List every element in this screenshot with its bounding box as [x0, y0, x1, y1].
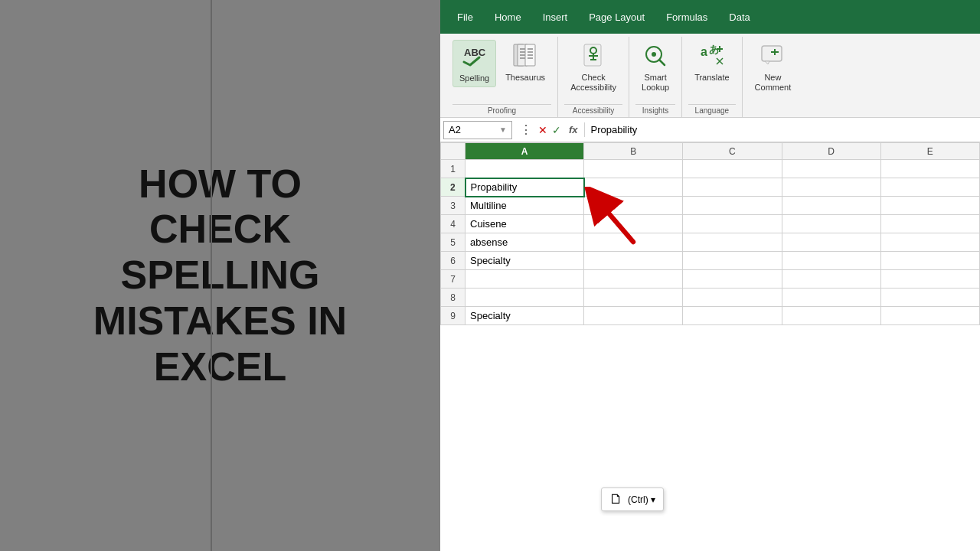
smart-lookup-label: SmartLookup [642, 73, 669, 93]
cell-e5[interactable] [880, 233, 979, 252]
cell-a3[interactable]: Multiline [466, 197, 584, 215]
row-header-1[interactable]: 1 [441, 160, 466, 178]
cell-e8[interactable] [880, 289, 979, 307]
cell-d3[interactable] [782, 197, 880, 215]
cell-reference-box[interactable]: A2 ▼ [443, 121, 512, 139]
row-header-6[interactable]: 6 [441, 252, 466, 270]
menu-insert[interactable]: Insert [532, 7, 579, 28]
fx-label[interactable]: fx [569, 124, 578, 135]
cell-a6[interactable]: Specialty [466, 252, 584, 270]
row-header-7[interactable]: 7 [441, 270, 466, 289]
ribbon: ABC Spelling [440, 34, 980, 118]
cell-c4[interactable] [683, 215, 782, 233]
smart-lookup-button[interactable]: SmartLookup [635, 40, 675, 96]
translate-icon: a あ [698, 43, 726, 71]
cell-a4[interactable]: Cuisene [466, 215, 584, 233]
table-row: 8 [441, 289, 980, 307]
cell-b6[interactable] [584, 252, 683, 270]
menu-formulas[interactable]: Formulas [655, 7, 718, 28]
cell-e2[interactable] [880, 178, 979, 197]
col-header-b[interactable]: B [584, 143, 683, 160]
row-header-9[interactable]: 9 [441, 307, 466, 325]
cell-d2[interactable] [782, 178, 880, 197]
cell-d1[interactable] [782, 160, 880, 178]
cell-c3[interactable] [683, 197, 782, 215]
cell-b3[interactable] [584, 197, 683, 215]
cell-a1[interactable] [466, 160, 584, 178]
menu-data[interactable]: Data [718, 7, 760, 28]
svg-marker-28 [765, 61, 769, 64]
table-row: 9 Specialty [441, 307, 980, 325]
clipboard-icon: 🗋 [609, 491, 623, 507]
insights-buttons: SmartLookup [635, 37, 675, 104]
insights-group-label: Insights [635, 104, 675, 117]
row-header-2[interactable]: 2 [441, 178, 466, 197]
col-header-d[interactable]: D [782, 143, 880, 160]
cell-c2[interactable] [683, 178, 782, 197]
cancel-icon[interactable]: ✕ [538, 124, 547, 136]
spreadsheet: A B C D E 1 2 Propability [440, 142, 980, 551]
cell-d4[interactable] [782, 215, 880, 233]
cell-b9[interactable] [584, 307, 683, 325]
cell-a7[interactable] [466, 270, 584, 289]
cell-d8[interactable] [782, 289, 880, 307]
menu-home[interactable]: Home [484, 7, 532, 28]
ribbon-content: ABC Spelling [440, 34, 980, 117]
three-dots-icon[interactable]: ⋮ [520, 122, 532, 137]
cell-ref-dropdown-icon[interactable]: ▼ [499, 126, 507, 134]
excel-window: File Home Insert Page Layout Formulas Da… [440, 0, 980, 551]
cell-c9[interactable] [683, 307, 782, 325]
proofing-buttons: ABC Spelling [452, 37, 551, 104]
cell-d5[interactable] [782, 233, 880, 252]
cell-d9[interactable] [782, 307, 880, 325]
check-accessibility-button[interactable]: CheckAccessibility [564, 40, 622, 96]
cell-b5[interactable] [584, 233, 683, 252]
check-accessibility-label: CheckAccessibility [570, 73, 616, 93]
cell-b8[interactable] [584, 289, 683, 307]
cell-e4[interactable] [880, 215, 979, 233]
row-header-5[interactable]: 5 [441, 233, 466, 252]
row-header-8[interactable]: 8 [441, 289, 466, 307]
cell-a2[interactable]: Propability [466, 178, 584, 197]
cell-b2[interactable] [584, 178, 683, 197]
translate-button[interactable]: a あ Translate [688, 40, 735, 86]
cell-b1[interactable] [584, 160, 683, 178]
cell-a9[interactable]: Specialty [466, 307, 584, 325]
menu-file[interactable]: File [446, 7, 484, 28]
table-row: 3 Multiline [441, 197, 980, 215]
cell-a8[interactable] [466, 289, 584, 307]
cell-e9[interactable] [880, 307, 979, 325]
cell-c5[interactable] [683, 233, 782, 252]
row-header-4[interactable]: 4 [441, 215, 466, 233]
formula-input-area[interactable]: Propability [585, 124, 977, 135]
confirm-icon[interactable]: ✓ [552, 124, 561, 136]
cell-c7[interactable] [683, 270, 782, 289]
menu-page-layout[interactable]: Page Layout [578, 7, 655, 28]
clipboard-popup[interactable]: 🗋 (Ctrl) ▾ [601, 487, 664, 511]
cell-c6[interactable] [683, 252, 782, 270]
col-header-e[interactable]: E [880, 143, 979, 160]
cell-e3[interactable] [880, 197, 979, 215]
spelling-button[interactable]: ABC Spelling [452, 40, 496, 87]
cell-d6[interactable] [782, 252, 880, 270]
col-header-c[interactable]: C [683, 143, 782, 160]
cell-c8[interactable] [683, 289, 782, 307]
cell-d7[interactable] [782, 270, 880, 289]
language-buttons: a あ Translate [688, 37, 735, 104]
cell-c1[interactable] [683, 160, 782, 178]
cell-a5[interactable]: absense [466, 233, 584, 252]
spelling-icon: ABC [461, 44, 488, 72]
svg-text:a: a [701, 45, 707, 58]
cell-b7[interactable] [584, 270, 683, 289]
row-header-3[interactable]: 3 [441, 197, 466, 215]
new-comment-button[interactable]: NewComment [749, 40, 798, 96]
cell-e1[interactable] [880, 160, 979, 178]
col-header-a[interactable]: A [466, 143, 584, 160]
cell-b4[interactable] [584, 215, 683, 233]
cell-e6[interactable] [880, 252, 979, 270]
cell-e7[interactable] [880, 270, 979, 289]
thesaurus-button[interactable]: Thesaurus [499, 40, 551, 86]
table-row: 1 [441, 160, 980, 178]
table-row: 7 [441, 270, 980, 289]
spreadsheet-table: A B C D E 1 2 Propability [440, 142, 980, 325]
